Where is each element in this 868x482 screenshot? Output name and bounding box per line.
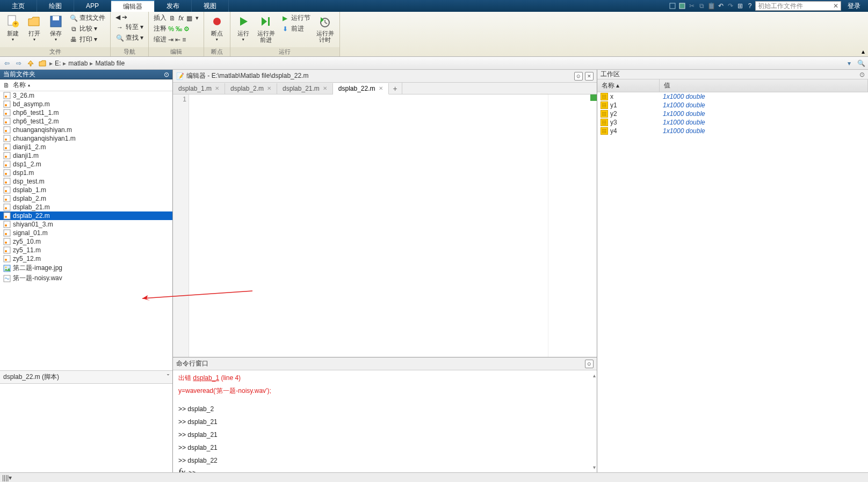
run-section-button[interactable]: ▶运行节 bbox=[279, 13, 312, 23]
cmd-prompt[interactable]: fx>> bbox=[178, 467, 591, 472]
comment-button[interactable]: 注释 % ‰ ⚙ bbox=[152, 24, 200, 34]
path-dropdown-icon[interactable]: ▾ bbox=[844, 59, 854, 68]
workspace-var[interactable]: y11x1000 double bbox=[597, 101, 868, 109]
file-item[interactable]: zy5_12.m bbox=[0, 254, 172, 263]
open-button[interactable]: 打开▼ bbox=[25, 13, 44, 44]
file-item[interactable]: chp6_test1_1.m bbox=[0, 108, 172, 117]
file-item[interactable]: dsplab_22.m bbox=[0, 211, 172, 220]
file-item[interactable]: dsplab_1.m bbox=[0, 186, 172, 194]
findfiles-button[interactable]: 🔍查找文件 bbox=[68, 13, 107, 23]
undo-icon[interactable]: ↶ bbox=[717, 2, 725, 10]
file-item[interactable]: chuanganqishiyan.m bbox=[0, 126, 172, 134]
cut-icon[interactable]: ✂ bbox=[688, 2, 696, 10]
file-item[interactable]: chp6_test1_2.m bbox=[0, 117, 172, 126]
menu-tab-view[interactable]: 视图 bbox=[192, 0, 229, 12]
search-input[interactable]: 初始工作文件件✕ bbox=[755, 1, 841, 11]
file-item[interactable]: dsp1.m bbox=[0, 169, 172, 177]
run-advance-button[interactable]: 运行并 前进 bbox=[255, 13, 277, 44]
editor-dock-icon[interactable]: ⊙ bbox=[574, 72, 583, 81]
file-item[interactable]: bd_asymp.m bbox=[0, 100, 172, 108]
cmd-scroll-down[interactable]: ▾ bbox=[593, 464, 596, 470]
file-item[interactable]: dianji1_2.m bbox=[0, 143, 172, 151]
editor-content[interactable] bbox=[189, 94, 597, 357]
cmd-scroll-up[interactable]: ▴ bbox=[593, 373, 596, 378]
cmd-error-link[interactable]: dsplab_1 bbox=[193, 374, 219, 382]
tab-close-icon[interactable]: ✕ bbox=[323, 85, 327, 91]
advance-button[interactable]: ⬇前进 bbox=[279, 24, 312, 34]
breadcrumb[interactable]: ▸ E: ▸ matlab ▸ Matlab file bbox=[49, 60, 125, 67]
menu-tab-editor[interactable]: 编辑器 bbox=[111, 0, 155, 12]
find-button[interactable]: 🔍查找 ▾ bbox=[114, 33, 145, 43]
tab-add-button[interactable]: + bbox=[389, 83, 402, 94]
folder-icon[interactable] bbox=[38, 59, 47, 68]
tab-close-icon[interactable]: ✕ bbox=[379, 85, 383, 91]
gotoline-button[interactable]: →转至 ▾ bbox=[114, 22, 145, 32]
print-button[interactable]: 🖶打印 ▾ bbox=[68, 34, 107, 45]
file-item[interactable]: dsplab_2.m bbox=[0, 194, 172, 203]
save-button[interactable]: 保存▼ bbox=[46, 13, 66, 44]
tab-close-icon[interactable]: ✕ bbox=[267, 85, 271, 91]
path-search-icon[interactable]: 🔍 bbox=[856, 59, 866, 68]
editor-tab[interactable]: dsplab_21.m✕ bbox=[277, 83, 333, 94]
editor-tab[interactable]: dsplab_2.m✕ bbox=[225, 83, 277, 94]
help-icon[interactable]: ? bbox=[746, 2, 754, 10]
file-item[interactable]: 第二题-image.jpg bbox=[0, 263, 172, 273]
editor-body[interactable]: 1 bbox=[173, 94, 597, 357]
file-item[interactable]: zy5_10.m bbox=[0, 237, 172, 246]
path-part-0[interactable]: matlab bbox=[68, 60, 88, 67]
panel-menu-icon[interactable]: ⊙ bbox=[164, 71, 169, 78]
save-icon[interactable] bbox=[678, 2, 686, 10]
details-header[interactable]: dsplab_22.m (脚本)ˇ bbox=[0, 370, 172, 384]
fx-icon[interactable]: fx bbox=[178, 467, 185, 472]
insert-button[interactable]: 插入🗎fx▦▾ bbox=[152, 13, 200, 23]
qat-icon-8[interactable]: ⊞ bbox=[736, 2, 744, 10]
goto-button[interactable]: ◀ ➔ bbox=[114, 13, 145, 21]
command-window[interactable]: 出错 dsplab_1 (line 4) y=waveread('第一题-noi… bbox=[173, 370, 597, 472]
file-item[interactable]: zy5_11.m bbox=[0, 246, 172, 254]
compare-button[interactable]: ⧉比较 ▾ bbox=[68, 24, 107, 34]
path-part-1[interactable]: Matlab file bbox=[95, 60, 125, 67]
ribbon-collapse-icon[interactable]: ▴ bbox=[862, 48, 865, 55]
tab-close-icon[interactable]: ✕ bbox=[215, 85, 219, 91]
workspace-var[interactable]: y41x1000 double bbox=[597, 127, 868, 135]
workspace-var[interactable]: y21x1000 double bbox=[597, 109, 868, 118]
file-item[interactable]: 第一题-noisy.wav bbox=[0, 273, 172, 283]
file-item[interactable]: signal_01.m bbox=[0, 229, 172, 237]
file-item[interactable]: dianji1.m bbox=[0, 151, 172, 160]
cmd-dock-icon[interactable]: ⊙ bbox=[585, 360, 594, 368]
menu-tab-publish[interactable]: 发布 bbox=[155, 0, 192, 12]
menu-tab-apps[interactable]: APP bbox=[74, 0, 111, 12]
run-button[interactable]: 运行▼ bbox=[234, 13, 253, 44]
editor-close-icon[interactable]: ✕ bbox=[585, 72, 594, 81]
path-drive[interactable]: E: bbox=[55, 60, 61, 67]
indent-button[interactable]: 缩进 ⇥ ⇤ ≡ bbox=[152, 34, 200, 45]
back-button[interactable]: ⇦ bbox=[2, 59, 12, 68]
file-item[interactable]: chuanganqishiyan1.m bbox=[0, 134, 172, 143]
file-item[interactable]: 3_26.m bbox=[0, 91, 172, 100]
breakpoint-button[interactable]: 断点▼ bbox=[207, 13, 227, 44]
folder-col-header[interactable]: 🗎名称▴ bbox=[0, 79, 172, 91]
workspace-menu-icon[interactable]: ⊙ bbox=[859, 71, 865, 78]
editor-tab[interactable]: dsplab_22.m✕ bbox=[333, 83, 389, 94]
new-button[interactable]: +新建▼ bbox=[3, 13, 23, 44]
redo-icon[interactable]: ↷ bbox=[726, 2, 735, 10]
file-item[interactable]: dsplab_21.m bbox=[0, 203, 172, 211]
ws-col-value[interactable]: 值 bbox=[660, 79, 868, 92]
menu-tab-home[interactable]: 主页 bbox=[0, 0, 37, 12]
file-item[interactable]: dsp1_2.m bbox=[0, 160, 172, 169]
workspace-var[interactable]: x1x1000 double bbox=[597, 92, 868, 101]
menu-tab-plots[interactable]: 绘图 bbox=[37, 0, 74, 12]
login-button[interactable]: 登录 bbox=[842, 2, 866, 11]
code-analyzer-icon[interactable] bbox=[590, 94, 597, 101]
workspace-var[interactable]: y31x1000 double bbox=[597, 118, 868, 127]
forward-button[interactable]: ⇨ bbox=[14, 59, 24, 68]
paste-icon[interactable]: 📋 bbox=[707, 2, 715, 10]
qat-icon-1[interactable] bbox=[668, 2, 677, 10]
up-button[interactable] bbox=[26, 59, 35, 68]
file-item[interactable]: shiyan01_3.m bbox=[0, 220, 172, 229]
file-item[interactable]: dsp_test.m bbox=[0, 177, 172, 186]
editor-tab[interactable]: dsplab_1.m✕ bbox=[173, 83, 225, 94]
copy-icon[interactable]: ⧉ bbox=[697, 2, 706, 10]
run-time-button[interactable]: 运行并 计时 bbox=[314, 13, 336, 44]
ws-col-name[interactable]: 名称 ▴ bbox=[597, 79, 660, 92]
